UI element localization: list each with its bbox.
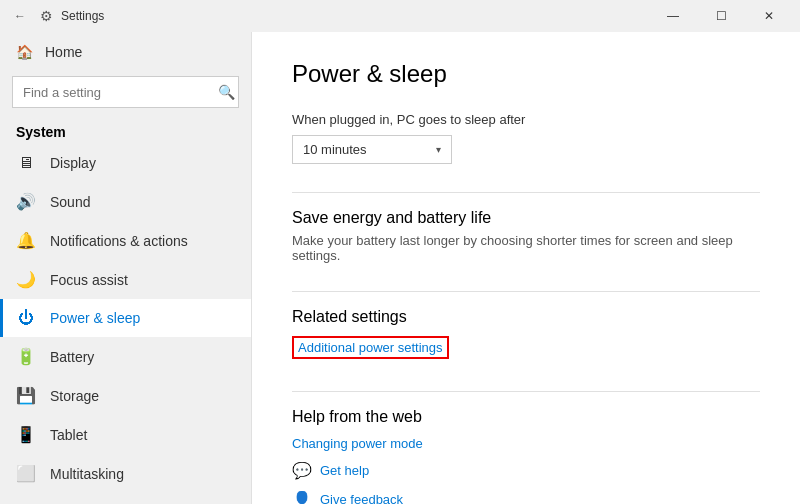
save-energy-desc: Make your battery last longer by choosin…	[292, 233, 760, 263]
storage-icon: 💾	[16, 386, 36, 405]
sidebar-search-container: 🔍	[12, 76, 239, 108]
give-feedback-label: Give feedback	[320, 492, 403, 504]
sidebar-item-battery[interactable]: 🔋 Battery	[0, 337, 251, 376]
sidebar-item-label: Multitasking	[50, 466, 124, 482]
search-button[interactable]: 🔍	[218, 84, 235, 100]
titlebar-controls: — ☐ ✕	[650, 0, 792, 32]
back-button[interactable]: ←	[8, 4, 32, 28]
sidebar-item-power[interactable]: ⏻ Power & sleep	[0, 299, 251, 337]
display-icon: 🖥	[16, 154, 36, 172]
related-settings-section: Related settings Additional power settin…	[292, 308, 760, 363]
home-label: Home	[45, 44, 82, 60]
changing-power-label: Changing power mode	[292, 436, 423, 451]
page-title: Power & sleep	[292, 60, 760, 88]
plugged-in-section: When plugged in, PC goes to sleep after …	[292, 112, 760, 164]
changing-power-link[interactable]: Changing power mode	[292, 436, 760, 451]
content-area: Power & sleep When plugged in, PC goes t…	[252, 32, 800, 504]
help-heading: Help from the web	[292, 408, 760, 426]
sidebar-item-label: Battery	[50, 349, 94, 365]
tablet-icon: 📱	[16, 425, 36, 444]
save-energy-heading: Save energy and battery life	[292, 209, 760, 227]
get-help-label: Get help	[320, 463, 369, 478]
multitasking-icon: ⬜	[16, 464, 36, 483]
save-energy-section: Save energy and battery life Make your b…	[292, 209, 760, 263]
sidebar-item-home[interactable]: 🏠 Home	[0, 32, 251, 72]
sidebar-item-storage[interactable]: 💾 Storage	[0, 376, 251, 415]
titlebar-left: ← ⚙ Settings	[8, 4, 104, 28]
search-input[interactable]	[12, 76, 239, 108]
get-help-icon: 💬	[292, 461, 312, 480]
sidebar-item-multitasking[interactable]: ⬜ Multitasking	[0, 454, 251, 493]
sidebar-item-label: Sound	[50, 194, 90, 210]
titlebar: ← ⚙ Settings — ☐ ✕	[0, 0, 800, 32]
app-title: Settings	[61, 9, 104, 23]
sound-icon: 🔊	[16, 192, 36, 211]
plugged-label: When plugged in, PC goes to sleep after	[292, 112, 760, 127]
power-icon: ⏻	[16, 309, 36, 327]
divider-3	[292, 391, 760, 392]
restore-button[interactable]: ☐	[698, 0, 744, 32]
focus-icon: 🌙	[16, 270, 36, 289]
home-icon: 🏠	[16, 44, 33, 60]
get-help-link[interactable]: 💬 Get help	[292, 461, 760, 480]
settings-app-icon: ⚙	[40, 8, 53, 24]
give-feedback-link[interactable]: 👤 Give feedback	[292, 490, 760, 504]
sidebar-item-label: Power & sleep	[50, 310, 140, 326]
dropdown-value: 10 minutes	[303, 142, 367, 157]
sidebar-item-label: Display	[50, 155, 96, 171]
additional-power-settings-link[interactable]: Additional power settings	[292, 336, 449, 359]
divider-2	[292, 291, 760, 292]
sidebar-item-sound[interactable]: 🔊 Sound	[0, 182, 251, 221]
sidebar-item-display[interactable]: 🖥 Display	[0, 144, 251, 182]
sidebar: 🏠 Home 🔍 System 🖥 Display 🔊 Sound 🔔 Noti…	[0, 32, 252, 504]
close-button[interactable]: ✕	[746, 0, 792, 32]
sidebar-item-label: Focus assist	[50, 272, 128, 288]
sidebar-section-label: System	[0, 116, 251, 144]
minimize-button[interactable]: —	[650, 0, 696, 32]
sidebar-item-focus[interactable]: 🌙 Focus assist	[0, 260, 251, 299]
sidebar-item-label: Storage	[50, 388, 99, 404]
sleep-dropdown[interactable]: 10 minutes ▾	[292, 135, 452, 164]
main-layout: 🏠 Home 🔍 System 🖥 Display 🔊 Sound 🔔 Noti…	[0, 32, 800, 504]
related-settings-heading: Related settings	[292, 308, 760, 326]
sidebar-item-label: Notifications & actions	[50, 233, 188, 249]
sidebar-item-notifications[interactable]: 🔔 Notifications & actions	[0, 221, 251, 260]
sidebar-item-tablet[interactable]: 📱 Tablet	[0, 415, 251, 454]
help-section: Help from the web Changing power mode 💬 …	[292, 408, 760, 504]
sidebar-item-label: Tablet	[50, 427, 87, 443]
chevron-down-icon: ▾	[436, 144, 441, 155]
notifications-icon: 🔔	[16, 231, 36, 250]
divider-1	[292, 192, 760, 193]
give-feedback-icon: 👤	[292, 490, 312, 504]
battery-icon: 🔋	[16, 347, 36, 366]
